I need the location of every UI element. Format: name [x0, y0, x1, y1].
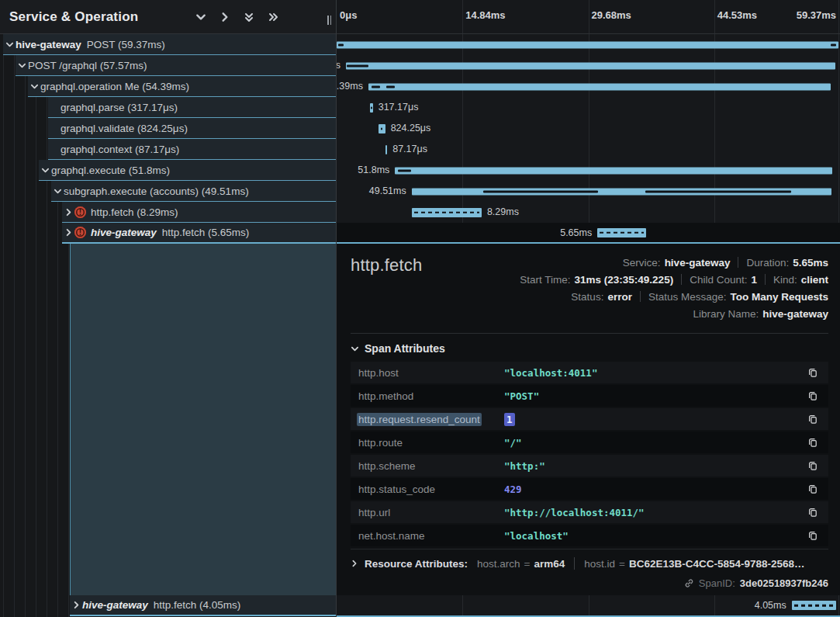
span-bar[interactable] — [395, 167, 832, 174]
chevron-right-icon[interactable] — [62, 208, 74, 217]
span-name-bar[interactable]: graphql.context (87.17μs) — [48, 139, 336, 160]
span-id-label: SpanID: — [699, 577, 735, 589]
attribute-row[interactable]: net.host.name"localhost" — [351, 525, 828, 546]
chevrons-right-icon[interactable] — [264, 9, 282, 26]
chevrons-down-icon[interactable] — [240, 9, 258, 26]
chevron-down-icon[interactable] — [3, 40, 16, 49]
attribute-key: http.status_code — [358, 484, 504, 495]
span-label: subgraph.execute (accounts) (49.51ms) — [64, 185, 249, 197]
copy-icon[interactable] — [805, 528, 821, 543]
copy-icon[interactable] — [805, 435, 821, 450]
span-duration-label: 824.25μs — [391, 118, 431, 139]
span-name-bar[interactable]: hive-gatewayPOST (59.37ms) — [3, 34, 336, 55]
panel-resize-handle[interactable] — [327, 16, 331, 25]
tree-toolbar — [192, 9, 282, 26]
attribute-row[interactable]: http.method"POST" — [351, 385, 828, 407]
span-bar[interactable] — [792, 601, 836, 610]
copy-icon[interactable] — [805, 481, 821, 497]
meta-value: client — [801, 274, 828, 286]
span-id-row: SpanID: 3de02518937fb246 — [351, 573, 828, 595]
chevron-right-icon[interactable] — [62, 228, 74, 237]
span-attributes-toggle[interactable]: Span Attributes — [351, 342, 828, 355]
meta-label: Start Time: — [520, 274, 570, 286]
tree-row: POST /graphql (57.57ms) — [0, 55, 336, 76]
link-icon — [684, 578, 694, 588]
copy-icon[interactable] — [805, 388, 821, 404]
chevron-right-icon[interactable] — [70, 601, 82, 609]
span-bar[interactable] — [385, 145, 387, 154]
attribute-row[interactable]: http.status_code429 — [351, 478, 828, 500]
meta-value: 1 — [751, 274, 757, 286]
span-duration-label: 5.65ms — [560, 223, 592, 244]
chevron-down-icon[interactable] — [39, 166, 51, 175]
span-name-bar[interactable]: graphql.validate (824.25μs) — [48, 118, 336, 139]
copy-icon[interactable] — [805, 504, 821, 520]
chevron-down-icon[interactable] — [16, 61, 28, 70]
span-label: http.fetch (8.29ms) — [91, 206, 178, 218]
child-span-mark — [371, 106, 372, 109]
span-bar[interactable] — [368, 83, 831, 90]
span-name-bar[interactable]: hive-gatewayhttp.fetch (4.05ms) — [70, 595, 336, 616]
span-name-bar[interactable]: POST /graphql (57.57ms) — [16, 55, 336, 76]
meta-label: Library Name: — [693, 308, 759, 320]
attribute-value: "localhost" — [504, 530, 805, 542]
attribute-row[interactable]: http.route"/" — [351, 432, 828, 453]
span-label: POST (59.37ms) — [87, 39, 165, 50]
equals-sign: = — [619, 558, 625, 570]
attribute-value: "http://localhost:4011/" — [504, 507, 805, 518]
resource-key: host.arch — [477, 558, 520, 570]
resource-attributes-items: host.arch=arm64host.id=BC62E13B-C4CC-585… — [477, 557, 805, 570]
span-bar[interactable] — [412, 208, 482, 217]
chevron-down-icon[interactable] — [192, 9, 209, 26]
attribute-key: http.host — [358, 367, 504, 379]
span-duration-label: 8.29ms — [487, 202, 519, 223]
attribute-row[interactable]: http.request.resend_count1 — [351, 408, 828, 430]
tree-row: graphql.context (87.17μs) — [0, 139, 336, 160]
span-bar[interactable] — [597, 228, 646, 237]
copy-icon[interactable] — [805, 411, 821, 427]
timeline-row: 57.57ms — [337, 55, 840, 76]
chevron-down-icon[interactable] — [51, 187, 64, 196]
copy-icon[interactable] — [805, 458, 821, 473]
timeline-tick: 44.53ms — [717, 9, 757, 21]
bottom-timeline-row: 4.05ms — [337, 595, 840, 617]
copy-icon[interactable] — [805, 365, 821, 380]
span-name-bar[interactable]: graphql.operation Me (54.39ms) — [28, 76, 336, 97]
divider — [351, 333, 828, 334]
meta-label: Kind: — [773, 274, 797, 286]
span-name-bar[interactable]: !hive-gatewayhttp.fetch (5.65ms) — [62, 223, 336, 244]
attribute-row[interactable]: http.url"http://localhost:4011/" — [351, 501, 828, 523]
attribute-row[interactable]: http.scheme"http:" — [351, 455, 828, 477]
error-icon: ! — [74, 206, 86, 218]
resource-attributes-row[interactable]: Resource Attributes: host.arch=arm64host… — [351, 549, 828, 573]
child-span-mark — [398, 169, 412, 172]
chevron-down-icon[interactable] — [28, 82, 40, 91]
meta-label: Service: — [623, 257, 661, 269]
span-name-bar[interactable]: graphql.parse (317.17μs) — [48, 97, 336, 118]
span-label: graphql.operation Me (54.39ms) — [40, 81, 189, 92]
divider — [681, 274, 682, 285]
timeline-tick: 59.37ms — [797, 9, 836, 21]
chevron-down-icon — [351, 345, 359, 353]
error-icon: ! — [74, 227, 86, 238]
child-span-mark — [831, 43, 835, 46]
span-name-bar[interactable]: graphql.execute (51.8ms) — [39, 160, 336, 181]
span-meta: Service:hive-gatewayDuration:5.65msStart… — [520, 254, 828, 322]
child-span-mark — [386, 85, 394, 88]
child-span-mark — [645, 190, 791, 192]
meta-line: Start Time:31ms (23:35:49.225)Child Coun… — [520, 271, 828, 288]
tree-row: hive-gatewayhttp.fetch (4.05ms) — [0, 595, 336, 616]
span-name-bar[interactable]: !http.fetch (8.29ms) — [62, 202, 336, 223]
attribute-value: "http:" — [504, 460, 805, 472]
span-bar[interactable] — [346, 62, 835, 69]
span-duration-label: 317.17μs — [379, 97, 419, 118]
resource-value: arm64 — [534, 558, 565, 570]
attribute-key: net.host.name — [358, 530, 504, 542]
attribute-value: "POST" — [504, 390, 805, 402]
span-bar[interactable] — [337, 41, 838, 48]
attribute-row[interactable]: http.host"localhost:4011" — [351, 362, 828, 383]
equals-sign: = — [524, 558, 531, 570]
span-name-bar[interactable]: subgraph.execute (accounts) (49.51ms) — [51, 181, 336, 202]
chevron-right-icon[interactable] — [216, 9, 233, 26]
meta-label: Duration: — [746, 257, 789, 269]
